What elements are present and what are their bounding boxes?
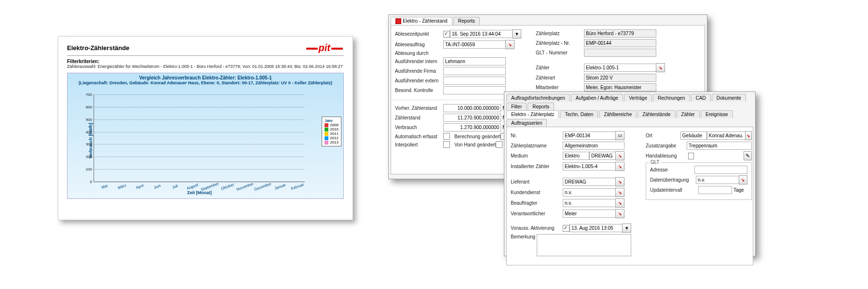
number-field[interactable]: [443, 123, 501, 131]
text-field[interactable]: [443, 57, 506, 66]
text-field[interactable]: [584, 83, 656, 92]
tab[interactable]: Ereignisse: [701, 110, 733, 118]
tab[interactable]: Filter: [506, 103, 527, 110]
lookup-button[interactable]: ➘: [615, 151, 624, 160]
text-field[interactable]: [450, 30, 513, 38]
text-field[interactable]: [443, 77, 506, 85]
text-field[interactable]: [696, 176, 739, 184]
tab-reports[interactable]: Reports: [453, 17, 480, 25]
field-label: Medium: [511, 153, 563, 158]
lookup-button[interactable]: ➘: [615, 188, 624, 197]
text-field[interactable]: [443, 67, 506, 75]
checkbox[interactable]: [688, 153, 694, 159]
x-tick: August: [186, 183, 199, 191]
text-field[interactable]: [589, 152, 616, 160]
filter-criteria: Zählerauswahl: Energiezähler für Wechsel…: [67, 64, 344, 69]
lookup-button[interactable]: ➘: [615, 209, 624, 218]
tab[interactable]: Techn. Daten: [560, 110, 598, 118]
text-field[interactable]: [563, 152, 589, 160]
field-label: Lieferant: [511, 179, 563, 184]
tab[interactable]: Dokumente: [712, 94, 746, 102]
text-field[interactable]: [698, 186, 732, 194]
text-field[interactable]: [570, 224, 623, 232]
y-tick: 200: [86, 155, 94, 159]
text-field[interactable]: [584, 49, 656, 57]
chevron-down-icon: ▾: [515, 31, 518, 37]
checkbox[interactable]: [443, 133, 450, 140]
lookup-button[interactable]: ➘: [739, 175, 747, 184]
lookup-button[interactable]: ➘: [615, 177, 624, 186]
arrow-icon: ➘: [618, 201, 622, 206]
checkbox[interactable]: [443, 31, 450, 38]
tab[interactable]: Auftragsfortschreibungen: [506, 94, 570, 102]
lookup-button[interactable]: ➘: [505, 40, 515, 49]
edit-button[interactable]: ✎: [744, 151, 752, 160]
text-field[interactable]: [563, 210, 616, 218]
report-window: Elektro-Zählerstände pit Filterkriterien…: [58, 36, 353, 220]
lookup-button[interactable]: ➘: [656, 63, 665, 72]
text-field[interactable]: [563, 131, 616, 140]
lookup-button[interactable]: ➘: [615, 162, 624, 171]
field-label: Ausführender intern: [395, 59, 443, 64]
glt-groupbox: GLTAdresseDatenübertragung➘Updateinterva…: [646, 162, 752, 200]
lookup-button[interactable]: ➘: [745, 131, 752, 140]
tab[interactable]: Zähler: [677, 110, 700, 118]
lookup-button[interactable]: ➘: [615, 198, 624, 208]
text-field[interactable]: [443, 40, 506, 49]
field-label: Datenübertragung: [650, 177, 696, 183]
dropdown-button[interactable]: ▾: [512, 29, 521, 39]
remark-textarea[interactable]: [537, 234, 631, 256]
arrow-icon: ➘: [618, 180, 622, 184]
text-field[interactable]: [687, 142, 752, 150]
tab[interactable]: Aufgaben / Aufträge: [571, 94, 623, 102]
number-field[interactable]: [443, 114, 501, 122]
field-label: Nr.: [511, 133, 563, 138]
text-field[interactable]: [563, 178, 616, 186]
tab[interactable]: Auftragsserien: [506, 119, 547, 127]
x-tick: Juli: [171, 184, 178, 190]
text-field[interactable]: [694, 166, 747, 174]
field-label: Vorauss. Aktivierung: [511, 225, 563, 231]
text-field[interactable]: [443, 86, 506, 94]
tab[interactable]: Elektro - Zählerplatz: [506, 110, 559, 118]
tab[interactable]: Rechnungen: [653, 94, 690, 102]
text-field[interactable]: [563, 188, 616, 197]
tab-bar-bottom: Elektro - ZählerplatzTechn. DatenZählber…: [504, 110, 755, 127]
tab[interactable]: Verträge: [624, 94, 652, 102]
field-label: Zählerplatzname: [511, 143, 563, 148]
y-axis-label: Verbrauch [kW/h]: [88, 122, 93, 158]
tab[interactable]: Reports: [528, 103, 554, 110]
text-field[interactable]: [584, 64, 656, 72]
app-icon: [395, 18, 401, 24]
field-label: Berechnung geändert: [454, 134, 501, 139]
text-field[interactable]: [563, 142, 624, 150]
plot-area: Verbrauch [kW/h] Zeit [Monat] 0100200300…: [94, 94, 305, 182]
text-field[interactable]: [584, 29, 656, 38]
text-field[interactable]: [680, 131, 707, 140]
checkbox[interactable]: [496, 141, 502, 148]
field-label: Besond. Kontrolle: [395, 88, 443, 93]
id-button[interactable]: 12: [615, 131, 624, 140]
text-field[interactable]: [563, 199, 616, 207]
y-tick: 500: [86, 117, 94, 121]
dropdown-button[interactable]: ▾: [622, 223, 631, 233]
checkbox[interactable]: [563, 225, 570, 232]
tab[interactable]: CAD: [691, 94, 711, 102]
meter-location-window: AuftragsfortschreibungenAufgaben / Auftr…: [504, 92, 756, 256]
field-label: Kundendienst: [511, 190, 563, 195]
arrow-icon: ➘: [618, 211, 622, 216]
checkbox[interactable]: [443, 141, 450, 148]
text-field[interactable]: [584, 39, 656, 47]
field-label: Ausführende Firma: [395, 68, 443, 74]
tab-zaehlerstand[interactable]: Elektro - Zählerstand: [391, 17, 452, 25]
legend-item: 2011: [325, 131, 339, 136]
tab[interactable]: Zählerstände: [637, 110, 675, 118]
text-field[interactable]: [707, 131, 746, 140]
tab[interactable]: Zählbereiche: [599, 110, 637, 118]
x-tick: Oktober: [220, 182, 235, 191]
text-field[interactable]: [563, 162, 616, 171]
number-field[interactable]: [443, 104, 501, 112]
text-field[interactable]: [584, 74, 656, 82]
field-label: Updateintervall: [650, 187, 698, 193]
x-tick: Juni: [153, 184, 162, 190]
